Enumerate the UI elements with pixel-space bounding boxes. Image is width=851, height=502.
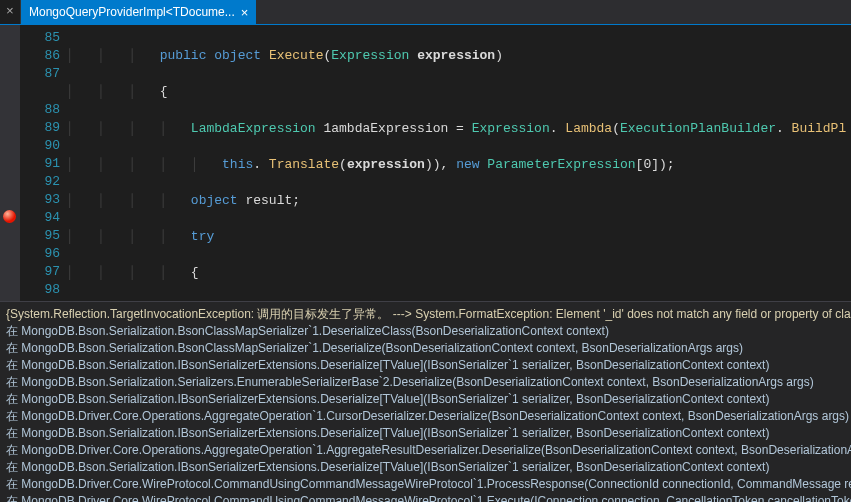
line-number: 87 bbox=[20, 65, 60, 83]
stack-frame: 在 MongoDB.Driver.Core.WireProtocol.Comma… bbox=[6, 476, 845, 493]
stack-frame: 在 MongoDB.Bson.Serialization.Serializers… bbox=[6, 374, 845, 391]
stack-frame: 在 MongoDB.Driver.Core.WireProtocol.Comma… bbox=[6, 493, 845, 502]
breakpoint-icon[interactable] bbox=[3, 210, 16, 223]
kw-public: public bbox=[160, 48, 207, 63]
tab-active[interactable]: MongoQueryProviderImpl<TDocume... × bbox=[21, 0, 256, 24]
line-number: 90 bbox=[20, 137, 60, 155]
line-number: 96 bbox=[20, 245, 60, 263]
type-epb: ExecutionPlanBuilder bbox=[620, 121, 776, 136]
line-number: 88 bbox=[20, 101, 60, 119]
stack-frame: 在 MongoDB.Bson.Serialization.IBsonSerial… bbox=[6, 357, 845, 374]
kw-this: this bbox=[222, 157, 253, 172]
line-number: 89 bbox=[20, 119, 60, 137]
index: [0]); bbox=[636, 157, 675, 172]
brace: { bbox=[160, 84, 168, 99]
method-name: Execute bbox=[269, 48, 324, 63]
paren: )), bbox=[425, 157, 456, 172]
tab-title: MongoQueryProviderImpl<TDocume... bbox=[29, 4, 235, 21]
stack-frame: 在 MongoDB.Bson.Serialization.BsonClassMa… bbox=[6, 340, 845, 357]
type-lambda: LambdaExpression bbox=[191, 121, 316, 136]
line-number: 85 bbox=[20, 29, 60, 47]
type-expression2: Expression bbox=[472, 121, 550, 136]
line-number: 97 bbox=[20, 263, 60, 281]
kw-try: try bbox=[191, 229, 214, 244]
type-paramexpr: ParameterExpression bbox=[487, 157, 635, 172]
param-expression: expression bbox=[417, 48, 495, 63]
stack-frame: 在 MongoDB.Bson.Serialization.IBsonSerial… bbox=[6, 391, 845, 408]
param-expression2: expression bbox=[347, 157, 425, 172]
dot: . bbox=[253, 157, 269, 172]
method-translate: Translate bbox=[269, 157, 339, 172]
line-number: 95 bbox=[20, 227, 60, 245]
kw-new: new bbox=[456, 157, 479, 172]
method-lambda: Lambda bbox=[565, 121, 612, 136]
line-number: 91 bbox=[20, 155, 60, 173]
line-number: 93 bbox=[20, 191, 60, 209]
tab-bar: × MongoQueryProviderImpl<TDocume... × bbox=[0, 0, 851, 25]
code-area[interactable]: │ │ │ public object Execute(Expression e… bbox=[66, 25, 851, 301]
line-number-gutter: 8586878889909192939495969798 bbox=[20, 25, 66, 301]
line-number: 92 bbox=[20, 173, 60, 191]
dot: . bbox=[776, 121, 792, 136]
type-expression: Expression bbox=[331, 48, 409, 63]
dot: . bbox=[550, 121, 566, 136]
breakpoint-margin[interactable] bbox=[0, 25, 20, 301]
paren: ( bbox=[339, 157, 347, 172]
line-number: 94 bbox=[20, 209, 60, 227]
paren: ( bbox=[612, 121, 620, 136]
line-number: 98 bbox=[20, 281, 60, 299]
output-panel[interactable]: {System.Reflection.TargetInvocationExcep… bbox=[0, 301, 851, 502]
kw-object2: object bbox=[191, 193, 238, 208]
panel-close-icon[interactable]: × bbox=[0, 0, 21, 24]
txt: result; bbox=[238, 193, 300, 208]
line-number: 86 bbox=[20, 47, 60, 65]
stack-frame: 在 MongoDB.Bson.Serialization.IBsonSerial… bbox=[6, 459, 845, 476]
code-editor[interactable]: 8586878889909192939495969798 │ │ │ publi… bbox=[0, 25, 851, 301]
exception-message: {System.Reflection.TargetInvocationExcep… bbox=[6, 306, 845, 323]
line-number bbox=[20, 83, 60, 101]
stack-frame: 在 MongoDB.Bson.Serialization.BsonClassMa… bbox=[6, 323, 845, 340]
stack-frame: 在 MongoDB.Driver.Core.Operations.Aggrega… bbox=[6, 442, 845, 459]
paren: ) bbox=[495, 48, 503, 63]
close-icon[interactable]: × bbox=[241, 6, 249, 19]
var: 1ambdaExpression = bbox=[323, 121, 471, 136]
kw-object: object bbox=[214, 48, 261, 63]
stack-frame: 在 MongoDB.Driver.Core.Operations.Aggrega… bbox=[6, 408, 845, 425]
stack-frame: 在 MongoDB.Bson.Serialization.IBsonSerial… bbox=[6, 425, 845, 442]
brace: { bbox=[191, 265, 199, 280]
method-buildp: BuildPl bbox=[792, 121, 847, 136]
